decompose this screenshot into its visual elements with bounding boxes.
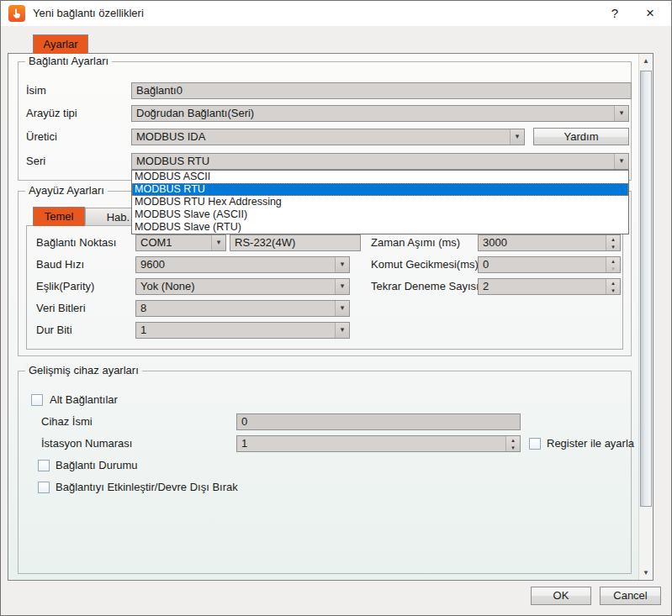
baud-combo[interactable]: 9600 ▾ <box>135 256 350 273</box>
cmd-delay-spinner[interactable]: 0 ▴▾ <box>478 256 621 273</box>
timeout-label: Zaman Aşımı (ms) <box>371 234 460 251</box>
dropdown-option[interactable]: MODBUS ASCII <box>132 171 628 183</box>
vertical-scrollbar[interactable]: ▲ ▼ <box>638 54 653 580</box>
cancel-button[interactable]: Cancel <box>600 587 661 605</box>
port-combo[interactable]: COM1 ▾ <box>135 234 226 251</box>
combo-arrow-icon[interactable]: ▾ <box>614 154 628 169</box>
device-name-field[interactable]: 0 <box>236 413 521 430</box>
register-label[interactable]: Register ile ayarla <box>547 435 634 452</box>
dropdown-option[interactable]: MODBUS Slave (ASCII) <box>132 208 628 221</box>
group-interface-title: Ayayüz Ayarları <box>25 185 108 197</box>
series-label: Seri <box>26 153 45 170</box>
spinner-buttons[interactable]: ▴▾ <box>606 279 620 294</box>
connection-status-label[interactable]: Bağlantı Durumu <box>56 457 138 474</box>
title-bar: Yeni bağlantı özellikleri ? × <box>1 1 671 26</box>
scroll-down-icon[interactable]: ▼ <box>639 566 653 580</box>
tab-ayarlar[interactable]: Ayarlar <box>33 34 88 54</box>
dropdown-option-selected[interactable]: MODBUS RTU <box>132 183 628 196</box>
enable-disable-label[interactable]: Bağlantıyı Etkinleştir/Devre Dışı Bırak <box>56 479 238 496</box>
combo-arrow-icon[interactable]: ▾ <box>211 235 225 250</box>
new-connection-properties-dialog: Yeni bağlantı özellikleri ? × Ayarlar Ba… <box>0 0 672 616</box>
baud-label: Baud Hızı <box>36 256 84 273</box>
vendor-label: Üretici <box>26 129 57 145</box>
group-connection-title: Bağlantı Ayarları <box>25 55 112 67</box>
enable-disable-checkbox[interactable] <box>38 482 50 493</box>
tab-temel[interactable]: Temel <box>33 207 85 226</box>
spin-down-icon[interactable]: ▾ <box>606 243 620 250</box>
vendor-combo[interactable]: MODBUS IDA ▾ <box>131 129 525 145</box>
spinner-buttons[interactable]: ▴▾ <box>606 257 620 272</box>
connection-status-checkbox[interactable] <box>38 460 50 471</box>
spin-up-icon[interactable]: ▴ <box>606 257 620 265</box>
name-field[interactable]: Bağlantı0 <box>131 82 632 99</box>
port-label: Bağlantı Noktası <box>36 234 116 251</box>
ok-button[interactable]: OK <box>531 587 591 605</box>
databits-label: Veri Bitleri <box>36 300 86 317</box>
combo-arrow-icon[interactable]: ▾ <box>335 257 349 272</box>
spin-up-icon[interactable]: ▴ <box>606 279 620 287</box>
retry-spinner[interactable]: 2 ▴▾ <box>478 278 621 295</box>
parity-combo[interactable]: Yok (None) ▾ <box>135 278 350 295</box>
spin-up-icon[interactable]: ▴ <box>606 235 620 243</box>
port-type-field[interactable]: RS-232(4W) <box>230 234 361 251</box>
retry-label: Tekrar Deneme Sayısı <box>371 278 479 295</box>
series-dropdown-list: MODBUS ASCII MODBUS RTU MODBUS RTU Hex A… <box>131 170 629 234</box>
combo-arrow-icon[interactable]: ▾ <box>335 323 349 338</box>
parity-label: Eşlik(Parity) <box>36 278 94 295</box>
databits-combo[interactable]: 8 ▾ <box>135 300 350 317</box>
group-advanced-title: Gelişmiş cihaz ayarları <box>25 365 142 376</box>
combo-arrow-icon[interactable]: ▾ <box>335 279 349 294</box>
cmd-delay-label: Komut Gecikmesi(ms) <box>371 256 479 273</box>
series-combo[interactable]: MODBUS RTU ▾ <box>131 153 629 170</box>
device-name-label: Cihaz İsmi <box>41 413 93 430</box>
spinner-buttons[interactable]: ▴▾ <box>505 436 520 451</box>
sub-connections-label[interactable]: Alt Bağlantılar <box>50 392 118 408</box>
combo-arrow-icon[interactable]: ▾ <box>614 106 628 121</box>
spin-down-icon[interactable]: ▾ <box>606 265 620 272</box>
combo-arrow-icon[interactable]: ▾ <box>510 129 524 145</box>
window-title: Yeni bağlantı özellikleri <box>33 1 144 26</box>
timeout-spinner[interactable]: 3000 ▴▾ <box>478 234 621 251</box>
interface-type-label: Arayüz tipi <box>26 105 77 122</box>
combo-arrow-icon[interactable]: ▾ <box>335 301 349 316</box>
sub-connections-checkbox[interactable] <box>31 394 43 406</box>
scroll-up-icon[interactable]: ▲ <box>639 54 653 68</box>
stopbit-label: Dur Biti <box>36 322 72 339</box>
spinner-buttons[interactable]: ▴▾ <box>606 235 620 250</box>
station-number-spinner[interactable]: 1 ▴▾ <box>236 435 521 452</box>
close-button[interactable]: × <box>635 1 665 26</box>
stopbit-combo[interactable]: 1 ▾ <box>135 322 350 339</box>
app-icon <box>8 5 25 22</box>
help-button[interactable]: ? <box>600 1 630 26</box>
station-number-label: İstasyon Numarası <box>41 435 132 452</box>
spin-down-icon[interactable]: ▾ <box>606 287 620 294</box>
register-checkbox[interactable] <box>529 438 541 450</box>
scrollbar-thumb[interactable] <box>640 71 652 507</box>
interface-type-combo[interactable]: Doğrudan Bağlantı(Seri) ▾ <box>131 105 629 122</box>
spin-up-icon[interactable]: ▴ <box>506 436 520 444</box>
dropdown-option[interactable]: MODBUS RTU Hex Addressing <box>132 196 628 208</box>
spin-down-icon[interactable]: ▾ <box>506 444 520 451</box>
dropdown-option[interactable]: MODBUS Slave (RTU) <box>132 221 628 234</box>
name-label: İsim <box>26 82 46 99</box>
yardim-button[interactable]: Yardım <box>533 128 629 145</box>
